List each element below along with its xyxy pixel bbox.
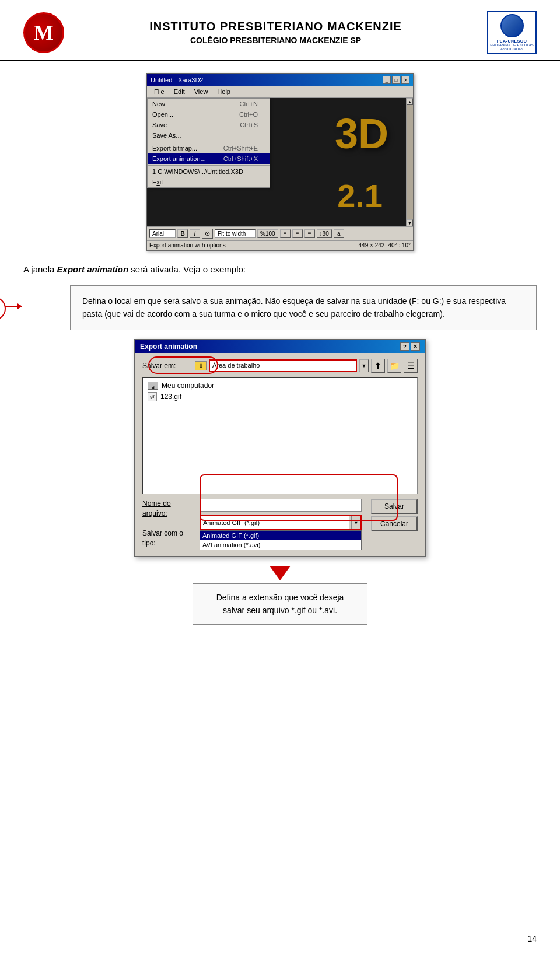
- dialog-bottom-section: Nome do arquivo: Salvar com o tipo: Anim…: [142, 499, 418, 550]
- close-button[interactable]: ✕: [401, 76, 410, 84]
- folder-icon: 🖥: [195, 361, 206, 370]
- arrow-right: [5, 306, 22, 307]
- menu-file[interactable]: File: [149, 87, 169, 96]
- extra-button[interactable]: a: [334, 229, 344, 238]
- menu-item-new[interactable]: New Ctrl+N: [148, 99, 270, 109]
- dialog-savein-row: Salvar em: 🖥 Área de trabalho ▼ ⬆ 📁 ☰: [142, 359, 418, 373]
- align-left-button[interactable]: ≡: [280, 229, 290, 238]
- dialog-file-list[interactable]: 🖥 Meu computador gif 123.gif: [142, 377, 418, 494]
- savein-label: Salvar em:: [142, 362, 195, 370]
- main-content: Untitled - Xara3D2 _ □ ✕ File Edit View …: [0, 61, 560, 639]
- scroll-down-button[interactable]: ▼: [407, 219, 413, 226]
- menu-item-save[interactable]: Save Ctrl+S: [148, 120, 270, 130]
- zoom-field[interactable]: %100: [257, 229, 278, 238]
- xara-statusbar: Export animation with options 449 × 242 …: [147, 240, 413, 250]
- savein-input-row: 🖥 Área de trabalho ▼ ⬆ 📁 ☰: [195, 359, 418, 373]
- text-prefix: A janela: [23, 264, 57, 274]
- gif-icon: gif: [148, 392, 157, 401]
- option-animated-gif[interactable]: Animated GIF (*.gif): [200, 531, 361, 540]
- dialog-question-button[interactable]: ?: [400, 342, 410, 351]
- xara-3d-label: 3D: [335, 110, 388, 158]
- school-name: COLÉGIO PRESBITERIANO MACKENZIE SP: [64, 36, 487, 45]
- down-arrow-icon: [270, 566, 290, 580]
- dialog-close-button[interactable]: ✕: [411, 342, 420, 351]
- file-item-mycomputer[interactable]: 🖥 Meu computador: [145, 380, 415, 391]
- menu-item-exit[interactable]: Exit: [148, 177, 270, 187]
- maximize-button[interactable]: □: [392, 76, 400, 84]
- vertical-scrollbar[interactable]: ▲ ▼: [406, 98, 413, 226]
- menu-edit[interactable]: Edit: [169, 87, 190, 96]
- file-item-123gif[interactable]: gif 123.gif: [145, 391, 415, 403]
- dialog-inputs-right: Animated GIF (*.gif) ▼ Animated GIF (*.g…: [200, 499, 362, 550]
- intro-text: A janela Export animation será ativada. …: [23, 263, 537, 277]
- fit-to-width-dropdown[interactable]: Fit to width: [215, 229, 256, 238]
- dialog-body: Salvar em: 🖥 Área de trabalho ▼ ⬆ 📁 ☰ 🖥: [135, 353, 425, 556]
- dialog-title-buttons: ? ✕: [400, 342, 420, 351]
- down-arrow-container: [23, 566, 537, 580]
- file-dropdown-menu: New Ctrl+N Open... Ctrl+O Save Ctrl+S Sa…: [147, 98, 270, 188]
- xara-toolbar: Arial B I ⊙ Fit to width %100 ≡ ≡ ≡ ↕80 …: [147, 226, 413, 240]
- m-letter: M: [34, 20, 54, 45]
- menu-item-recent[interactable]: 1 C:\WINDOWS\...\Untitled.X3D: [148, 165, 270, 177]
- scroll-track: [407, 105, 413, 219]
- align-center-button[interactable]: ≡: [292, 229, 303, 238]
- menu-item-saveas[interactable]: Save As...: [148, 130, 270, 141]
- callout1-text: Defina o local em que será salvo a sua a…: [82, 295, 524, 321]
- nav-up-button[interactable]: ⬆: [371, 359, 385, 373]
- xara-window: Untitled - Xara3D2 _ □ ✕ File Edit View …: [146, 73, 414, 251]
- spacing-button[interactable]: ↕80: [317, 229, 332, 238]
- savein-dropdown-btn[interactable]: ▼: [359, 359, 369, 372]
- savetype-label: Salvar com o tipo:: [142, 529, 195, 548]
- dialog-title: Export animation: [140, 342, 197, 351]
- italic-button[interactable]: I: [190, 229, 200, 238]
- export-animation-dialog: Export animation ? ✕ Salvar em: 🖥 Área d…: [134, 339, 426, 557]
- statusbar-text: Export animation with options: [149, 242, 226, 249]
- savein-path-input[interactable]: Área de trabalho: [209, 359, 357, 372]
- menu-item-exportbitmap[interactable]: Export bitmap... Ctrl+Shift+E: [148, 142, 270, 153]
- page-header: M INSTITUTO PRESBITERIANO MACKENZIE COLÉ…: [0, 0, 560, 61]
- statusbar-coords: 449 × 242 -40° : 10°: [359, 242, 411, 249]
- bottom-callout-text: Defina a extensão que você deseja salvar…: [205, 591, 355, 617]
- cancel-button[interactable]: Cancelar: [371, 516, 418, 531]
- menu-item-exportanim[interactable]: Export animation... Ctrl+Shift+X: [148, 153, 270, 164]
- savetype-dropdown-list: Animated GIF (*.gif) AVI animation (*.av…: [200, 530, 362, 550]
- dialog-action-buttons: Salvar Cancelar: [371, 499, 418, 531]
- institution-name: INSTITUTO PRESBITERIANO MACKENZIE: [64, 20, 487, 33]
- xara-3d-number: 2.1: [337, 177, 383, 215]
- xara-window-title: Untitled - Xara3D2: [150, 76, 204, 83]
- option-avi[interactable]: AVI animation (*.avi): [200, 540, 361, 550]
- savetype-select-row: Animated GIF (*.gif) ▼: [200, 515, 362, 530]
- scroll-up-button[interactable]: ▲: [407, 98, 413, 105]
- text-suffix: será ativada. Veja o exemplo:: [128, 264, 246, 274]
- pea-unesco-logo: PEA-UNESCO PROGRAMA DE ESCOLAS ASSOCIADA…: [487, 11, 537, 54]
- globe-icon: [501, 14, 524, 37]
- font-selector[interactable]: Arial: [149, 229, 176, 238]
- underline-button[interactable]: ⊙: [202, 229, 213, 239]
- xara-screenshot-container: Untitled - Xara3D2 _ □ ✕ File Edit View …: [23, 73, 537, 251]
- xara-menubar: File Edit View Help: [147, 86, 413, 98]
- view-button[interactable]: ☰: [404, 359, 418, 373]
- filename-input[interactable]: [200, 499, 362, 512]
- export-dialog-container: Export animation ? ✕ Salvar em: 🖥 Área d…: [23, 339, 537, 557]
- menu-view[interactable]: View: [190, 87, 213, 96]
- callout-box-1: Defina o local em que será salvo a sua a…: [70, 285, 537, 330]
- align-right-button[interactable]: ≡: [304, 229, 315, 238]
- file-item-123gif-label: 123.gif: [160, 393, 181, 401]
- callout1-container: Defina o local em que será salvo a sua a…: [23, 285, 537, 330]
- bold-button[interactable]: B: [177, 229, 188, 238]
- menu-item-open[interactable]: Open... Ctrl+O: [148, 109, 270, 120]
- new-folder-button[interactable]: 📁: [387, 359, 401, 373]
- bottom-callout-box: Defina a extensão que você deseja salvar…: [192, 583, 368, 625]
- xara-titlebar: Untitled - Xara3D2 _ □ ✕: [147, 74, 413, 86]
- menu-help[interactable]: Help: [212, 87, 235, 96]
- circle-indicator: [0, 297, 6, 320]
- file-item-mycomputer-label: Meu computador: [162, 382, 214, 390]
- minimize-button[interactable]: _: [383, 76, 391, 84]
- xara-content-area: New Ctrl+N Open... Ctrl+O Save Ctrl+S Sa…: [147, 98, 413, 226]
- savetype-current-value: Animated GIF (*.gif): [201, 516, 349, 529]
- page-number: 14: [527, 934, 537, 943]
- text-italic-bold: Export animation: [57, 264, 129, 274]
- save-button[interactable]: Salvar: [371, 499, 418, 514]
- dialog-bottom-labels: Nome do arquivo: Salvar com o tipo:: [142, 499, 195, 548]
- savetype-dropdown-btn[interactable]: ▼: [351, 516, 360, 529]
